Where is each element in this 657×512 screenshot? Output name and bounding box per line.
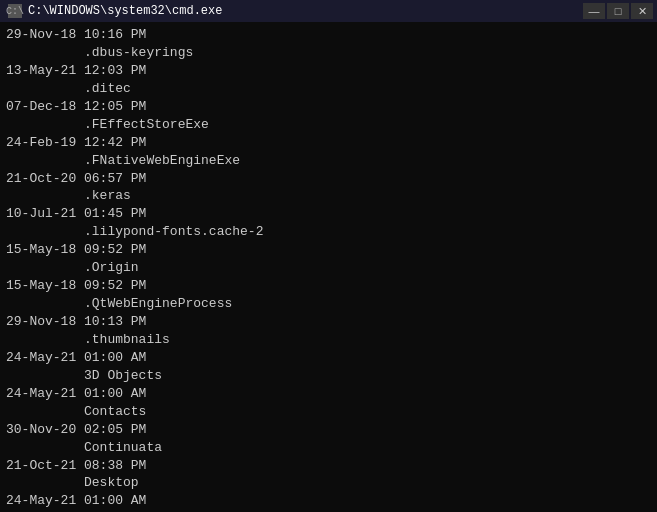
list-item: 10-Jul-21 01:45 PM .lilypond-fonts.cache… [6,205,651,241]
list-item: 21-Oct-21 08:38 PM Desktop [6,457,651,493]
list-item: 24-Feb-19 12:42 PM .FNativeWebEngineExe [6,134,651,170]
minimize-button[interactable]: — [583,3,605,19]
list-item: 15-May-18 09:52 PM .QtWebEngineProcess [6,277,651,313]
list-item: 29-Nov-18 10:13 PM .thumbnails [6,313,651,349]
list-item: 13-May-21 12:03 PM .ditec [6,62,651,98]
list-item: 24-May-21 01:00 AM Documents [6,492,651,512]
list-item: 30-Nov-20 02:05 PM Continuata [6,421,651,457]
title-bar: C:\ C:\WINDOWS\system32\cmd.exe — □ ✕ [0,0,657,22]
terminal: 29-Nov-18 10:16 PM .dbus-keyrings13-May-… [0,22,657,512]
window-controls: — □ ✕ [583,3,653,19]
close-button[interactable]: ✕ [631,3,653,19]
list-item: 21-Oct-20 06:57 PM .keras [6,170,651,206]
app-icon: C:\ [8,4,22,18]
list-item: 15-May-18 09:52 PM .Origin [6,241,651,277]
window-title: C:\WINDOWS\system32\cmd.exe [28,4,222,18]
list-item: 07-Dec-18 12:05 PM .FEffectStoreExe [6,98,651,134]
maximize-button[interactable]: □ [607,3,629,19]
list-item: 24-May-21 01:00 AM 3D Objects [6,349,651,385]
list-item: 29-Nov-18 10:16 PM .dbus-keyrings [6,26,651,62]
list-item: 24-May-21 01:00 AM Contacts [6,385,651,421]
